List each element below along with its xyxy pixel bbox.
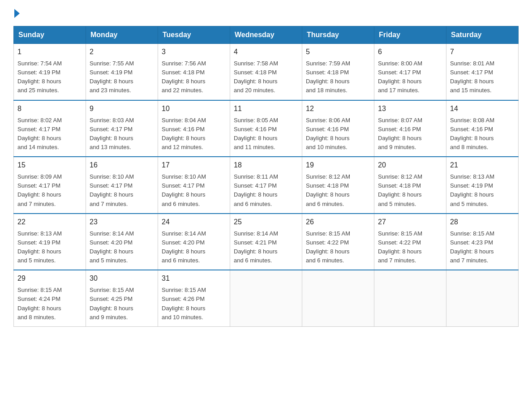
day-info: Sunrise: 7:58 AMSunset: 4:18 PMDaylight:…: [234, 59, 298, 95]
weekday-header-thursday: Thursday: [302, 26, 374, 44]
day-number: 12: [306, 103, 370, 114]
day-info: Sunrise: 8:11 AMSunset: 4:17 PMDaylight:…: [234, 172, 298, 209]
day-number: 3: [162, 47, 226, 57]
day-number: 4: [234, 47, 298, 57]
calendar-cell: 11Sunrise: 8:05 AMSunset: 4:16 PMDayligh…: [230, 100, 302, 157]
day-info: Sunrise: 8:14 AMSunset: 4:20 PMDaylight:…: [90, 229, 154, 265]
calendar-week-row: 15Sunrise: 8:09 AMSunset: 4:17 PMDayligh…: [14, 157, 519, 214]
weekday-header-saturday: Saturday: [446, 26, 519, 44]
calendar-cell: 14Sunrise: 8:08 AMSunset: 4:16 PMDayligh…: [446, 100, 519, 157]
day-number: 15: [17, 160, 82, 171]
calendar-cell: 22Sunrise: 8:13 AMSunset: 4:19 PMDayligh…: [14, 214, 86, 270]
day-info: Sunrise: 8:12 AMSunset: 4:18 PMDaylight:…: [378, 172, 442, 209]
day-number: 16: [90, 160, 154, 171]
calendar-cell: 28Sunrise: 8:15 AMSunset: 4:23 PMDayligh…: [446, 214, 519, 270]
day-number: 18: [234, 160, 298, 171]
calendar-week-row: 8Sunrise: 8:02 AMSunset: 4:17 PMDaylight…: [14, 100, 519, 157]
calendar-cell: 1Sunrise: 7:54 AMSunset: 4:19 PMDaylight…: [14, 44, 86, 100]
weekday-header-wednesday: Wednesday: [230, 26, 302, 44]
calendar-cell: 26Sunrise: 8:15 AMSunset: 4:22 PMDayligh…: [302, 214, 374, 270]
day-info: Sunrise: 8:13 AMSunset: 4:19 PMDaylight:…: [17, 229, 82, 265]
day-info: Sunrise: 8:14 AMSunset: 4:21 PMDaylight:…: [234, 229, 298, 265]
calendar-cell: 12Sunrise: 8:06 AMSunset: 4:16 PMDayligh…: [302, 100, 374, 157]
day-number: 19: [306, 160, 370, 171]
day-info: Sunrise: 8:08 AMSunset: 4:16 PMDaylight:…: [450, 116, 515, 152]
weekday-header-tuesday: Tuesday: [158, 26, 230, 44]
calendar-cell: 8Sunrise: 8:02 AMSunset: 4:17 PMDaylight…: [14, 100, 86, 157]
day-info: Sunrise: 8:04 AMSunset: 4:16 PMDaylight:…: [162, 116, 226, 152]
calendar-cell: 3Sunrise: 7:56 AMSunset: 4:18 PMDaylight…: [158, 44, 230, 100]
day-info: Sunrise: 8:15 AMSunset: 4:26 PMDaylight:…: [162, 286, 226, 322]
day-info: Sunrise: 8:02 AMSunset: 4:17 PMDaylight:…: [17, 116, 82, 152]
day-info: Sunrise: 8:00 AMSunset: 4:17 PMDaylight:…: [378, 59, 442, 95]
day-number: 8: [17, 103, 82, 114]
day-number: 29: [17, 273, 82, 284]
day-info: Sunrise: 7:56 AMSunset: 4:18 PMDaylight:…: [162, 59, 226, 95]
day-number: 31: [162, 273, 226, 284]
day-number: 7: [450, 47, 515, 57]
day-number: 2: [90, 47, 154, 57]
day-info: Sunrise: 8:12 AMSunset: 4:18 PMDaylight:…: [306, 172, 370, 209]
calendar-cell: [230, 270, 302, 326]
day-number: 6: [378, 47, 442, 57]
calendar-cell: 23Sunrise: 8:14 AMSunset: 4:20 PMDayligh…: [86, 214, 158, 270]
day-number: 20: [378, 160, 442, 171]
calendar-header-row: SundayMondayTuesdayWednesdayThursdayFrid…: [14, 26, 519, 44]
day-info: Sunrise: 8:10 AMSunset: 4:17 PMDaylight:…: [162, 172, 226, 209]
calendar-week-row: 1Sunrise: 7:54 AMSunset: 4:19 PMDaylight…: [14, 44, 519, 100]
day-number: 13: [378, 103, 442, 114]
day-info: Sunrise: 8:09 AMSunset: 4:17 PMDaylight:…: [17, 172, 82, 209]
calendar-cell: 19Sunrise: 8:12 AMSunset: 4:18 PMDayligh…: [302, 157, 374, 214]
day-number: 24: [162, 217, 226, 227]
weekday-header-monday: Monday: [86, 26, 158, 44]
day-number: 17: [162, 160, 226, 171]
calendar-week-row: 22Sunrise: 8:13 AMSunset: 4:19 PMDayligh…: [14, 214, 519, 270]
page-header: [13, 9, 519, 18]
day-info: Sunrise: 7:54 AMSunset: 4:19 PMDaylight:…: [17, 59, 82, 95]
day-info: Sunrise: 8:07 AMSunset: 4:16 PMDaylight:…: [378, 116, 442, 152]
calendar-cell: 20Sunrise: 8:12 AMSunset: 4:18 PMDayligh…: [374, 157, 446, 214]
calendar-cell: [374, 270, 446, 326]
calendar-cell: 7Sunrise: 8:01 AMSunset: 4:17 PMDaylight…: [446, 44, 519, 100]
day-info: Sunrise: 8:10 AMSunset: 4:17 PMDaylight:…: [90, 172, 154, 209]
day-info: Sunrise: 8:15 AMSunset: 4:22 PMDaylight:…: [378, 229, 442, 265]
calendar-cell: 9Sunrise: 8:03 AMSunset: 4:17 PMDaylight…: [86, 100, 158, 157]
day-info: Sunrise: 8:15 AMSunset: 4:24 PMDaylight:…: [17, 286, 82, 322]
day-number: 14: [450, 103, 515, 114]
day-number: 27: [378, 217, 442, 227]
day-number: 5: [306, 47, 370, 57]
day-number: 22: [17, 217, 82, 227]
calendar-cell: 27Sunrise: 8:15 AMSunset: 4:22 PMDayligh…: [374, 214, 446, 270]
calendar-cell: 21Sunrise: 8:13 AMSunset: 4:19 PMDayligh…: [446, 157, 519, 214]
calendar-cell: 18Sunrise: 8:11 AMSunset: 4:17 PMDayligh…: [230, 157, 302, 214]
day-info: Sunrise: 8:03 AMSunset: 4:17 PMDaylight:…: [90, 116, 154, 152]
day-info: Sunrise: 8:14 AMSunset: 4:20 PMDaylight:…: [162, 229, 226, 265]
calendar-week-row: 29Sunrise: 8:15 AMSunset: 4:24 PMDayligh…: [14, 270, 519, 326]
calendar-cell: 29Sunrise: 8:15 AMSunset: 4:24 PMDayligh…: [14, 270, 86, 326]
calendar-table: SundayMondayTuesdayWednesdayThursdayFrid…: [13, 26, 519, 327]
calendar-cell: 25Sunrise: 8:14 AMSunset: 4:21 PMDayligh…: [230, 214, 302, 270]
day-number: 21: [450, 160, 515, 171]
day-info: Sunrise: 8:01 AMSunset: 4:17 PMDaylight:…: [450, 59, 515, 95]
day-info: Sunrise: 7:55 AMSunset: 4:19 PMDaylight:…: [90, 59, 154, 95]
day-number: 23: [90, 217, 154, 227]
day-info: Sunrise: 8:13 AMSunset: 4:19 PMDaylight:…: [450, 172, 515, 209]
day-info: Sunrise: 8:15 AMSunset: 4:22 PMDaylight:…: [306, 229, 370, 265]
logo-blue-text: [13, 9, 20, 18]
day-info: Sunrise: 8:15 AMSunset: 4:23 PMDaylight:…: [450, 229, 515, 265]
day-number: 25: [234, 217, 298, 227]
logo: [13, 9, 20, 18]
calendar-cell: 4Sunrise: 7:58 AMSunset: 4:18 PMDaylight…: [230, 44, 302, 100]
calendar-cell: 10Sunrise: 8:04 AMSunset: 4:16 PMDayligh…: [158, 100, 230, 157]
day-number: 30: [90, 273, 154, 284]
calendar-cell: 5Sunrise: 7:59 AMSunset: 4:18 PMDaylight…: [302, 44, 374, 100]
day-number: 26: [306, 217, 370, 227]
day-number: 9: [90, 103, 154, 114]
calendar-cell: 6Sunrise: 8:00 AMSunset: 4:17 PMDaylight…: [374, 44, 446, 100]
calendar-cell: 30Sunrise: 8:15 AMSunset: 4:25 PMDayligh…: [86, 270, 158, 326]
day-number: 1: [17, 47, 82, 57]
day-number: 10: [162, 103, 226, 114]
day-info: Sunrise: 8:05 AMSunset: 4:16 PMDaylight:…: [234, 116, 298, 152]
calendar-cell: 2Sunrise: 7:55 AMSunset: 4:19 PMDaylight…: [86, 44, 158, 100]
day-info: Sunrise: 7:59 AMSunset: 4:18 PMDaylight:…: [306, 59, 370, 95]
